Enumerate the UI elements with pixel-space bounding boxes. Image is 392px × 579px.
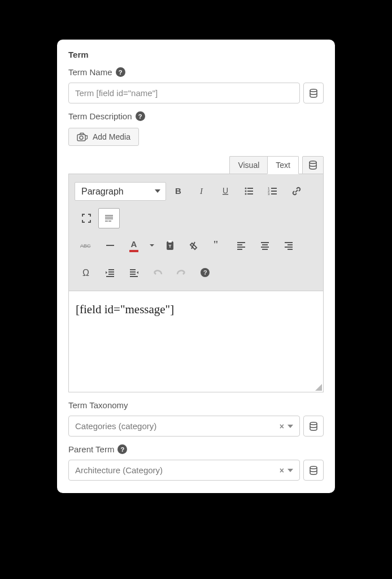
- text-color-button[interactable]: A: [122, 234, 146, 257]
- chevron-down-icon: [288, 425, 293, 428]
- bullet-list-button[interactable]: [237, 180, 261, 202]
- svg-rect-19: [105, 215, 113, 216]
- svg-text:B: B: [175, 186, 181, 196]
- parent-term-label-text: Parent Term: [68, 444, 114, 454]
- link-button[interactable]: [285, 180, 308, 202]
- svg-point-0: [310, 89, 317, 91]
- help-icon[interactable]: ?: [117, 444, 127, 454]
- align-center-button[interactable]: [253, 234, 277, 257]
- fullscreen-button[interactable]: [75, 207, 98, 230]
- numbered-list-button[interactable]: 123: [261, 180, 285, 202]
- term-name-label: Term Name ?: [68, 67, 324, 77]
- svg-text:": ": [213, 240, 219, 250]
- tab-text[interactable]: Text: [267, 156, 299, 174]
- svg-point-11: [245, 193, 247, 195]
- help-button[interactable]: ?: [193, 261, 217, 284]
- term-taxonomy-label: Term Taxonomy: [68, 400, 324, 410]
- special-character-button[interactable]: Ω: [75, 261, 98, 284]
- database-icon: [308, 161, 317, 170]
- database-icon-button[interactable]: [303, 460, 324, 481]
- section-title: Term: [68, 50, 324, 59]
- editor-database-button[interactable]: [302, 156, 324, 174]
- svg-point-9: [245, 191, 247, 192]
- svg-text:T: T: [169, 244, 172, 249]
- term-name-label-text: Term Name: [68, 67, 112, 77]
- term-description-label: Term Description ?: [68, 111, 324, 121]
- undo-button[interactable]: [146, 261, 169, 284]
- svg-rect-23: [108, 221, 111, 222]
- svg-point-54: [310, 466, 317, 468]
- svg-rect-35: [262, 244, 268, 245]
- chevron-down-icon: [288, 469, 293, 472]
- add-media-button[interactable]: Add Media: [68, 128, 139, 146]
- svg-rect-49: [130, 274, 136, 275]
- tab-visual[interactable]: Visual: [229, 156, 267, 174]
- clear-formatting-button[interactable]: [182, 234, 206, 257]
- svg-rect-10: [247, 191, 253, 192]
- svg-text:I: I: [199, 187, 203, 196]
- indent-button[interactable]: [122, 261, 146, 284]
- clear-icon[interactable]: ×: [280, 466, 284, 475]
- redo-button[interactable]: [169, 261, 193, 284]
- svg-point-7: [245, 188, 247, 189]
- svg-point-2: [80, 136, 83, 140]
- svg-text:3: 3: [268, 192, 270, 196]
- italic-button[interactable]: I: [190, 180, 214, 202]
- align-right-button[interactable]: [277, 234, 300, 257]
- svg-rect-8: [247, 188, 253, 189]
- database-icon-button[interactable]: [303, 83, 324, 103]
- svg-rect-37: [262, 249, 268, 250]
- editor-content-text: [field id="message"]: [76, 303, 174, 316]
- editor-toolbar: Paragraph B I U 123 ABC A T ": [68, 174, 324, 291]
- horizontal-rule-button[interactable]: [98, 234, 122, 257]
- svg-rect-45: [108, 274, 114, 275]
- svg-rect-47: [130, 269, 136, 270]
- svg-rect-43: [108, 269, 114, 270]
- term-taxonomy-label-text: Term Taxonomy: [68, 400, 128, 410]
- database-icon: [309, 422, 318, 431]
- text-color-dropdown[interactable]: [146, 234, 158, 257]
- svg-rect-34: [261, 242, 269, 243]
- strikethrough-button[interactable]: ABC: [75, 234, 98, 257]
- database-icon: [309, 89, 318, 98]
- database-icon-button[interactable]: [303, 416, 324, 437]
- svg-rect-39: [288, 244, 293, 245]
- svg-rect-44: [108, 271, 114, 273]
- svg-point-53: [310, 422, 317, 424]
- svg-rect-18: [271, 193, 277, 195]
- align-left-button[interactable]: [229, 234, 253, 257]
- svg-rect-46: [106, 276, 114, 277]
- svg-rect-21: [105, 218, 113, 219]
- clear-icon[interactable]: ×: [280, 422, 284, 431]
- svg-rect-41: [288, 249, 293, 250]
- add-media-label: Add Media: [93, 132, 130, 141]
- underline-button[interactable]: U: [214, 180, 237, 202]
- editor-tabs: Visual Text: [229, 156, 324, 174]
- svg-rect-40: [285, 247, 293, 248]
- svg-rect-14: [271, 188, 277, 189]
- svg-text:U: U: [223, 186, 228, 195]
- format-select[interactable]: Paragraph: [75, 182, 166, 201]
- svg-rect-20: [105, 217, 113, 218]
- svg-rect-16: [271, 191, 277, 192]
- svg-text:ABC: ABC: [80, 243, 91, 249]
- svg-rect-33: [237, 249, 242, 250]
- outdent-button[interactable]: [98, 261, 122, 284]
- parent-term-select[interactable]: Architecture (Category) ×: [68, 460, 300, 481]
- parent-term-value: Architecture (Category): [75, 465, 163, 475]
- toolbar-toggle-button[interactable]: [98, 208, 120, 228]
- paste-text-button[interactable]: T: [158, 234, 182, 257]
- bold-button[interactable]: B: [166, 180, 190, 202]
- help-icon[interactable]: ?: [116, 67, 125, 77]
- term-description-label-text: Term Description: [68, 111, 132, 121]
- resize-handle[interactable]: [314, 383, 322, 391]
- svg-rect-22: [105, 221, 108, 222]
- blockquote-button[interactable]: ": [206, 234, 229, 257]
- editor-content-area[interactable]: [field id="message"]: [68, 291, 324, 392]
- svg-rect-25: [106, 245, 114, 246]
- help-icon[interactable]: ?: [136, 111, 145, 121]
- svg-point-3: [310, 161, 316, 163]
- term-name-input[interactable]: [68, 83, 300, 103]
- term-taxonomy-select[interactable]: Categories (category) ×: [68, 416, 300, 437]
- svg-rect-12: [247, 193, 253, 195]
